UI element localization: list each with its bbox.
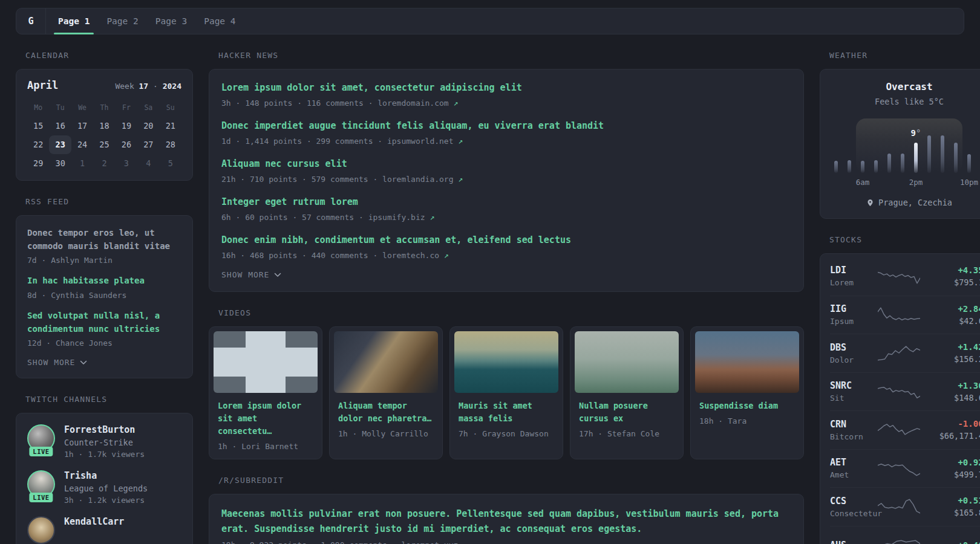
- item-domain-link[interactable]: ipsumify.biz ↗: [368, 213, 435, 222]
- stocks-section-label: STOCKS: [829, 235, 980, 244]
- twitch-channel-meta: 3h · 1.2k viewers: [64, 496, 148, 505]
- hacker-news-item-title[interactable]: Donec enim nibh, condimentum et accumsan…: [221, 234, 791, 247]
- nav-tab-page-2[interactable]: Page 2: [98, 8, 146, 34]
- stock-row[interactable]: SNRCSit+1.36%$148.64: [830, 372, 980, 411]
- show-more-button[interactable]: SHOW MORE: [221, 270, 791, 279]
- hacker-news-item: Integer eget rutrum lorem6h · 60 points …: [221, 196, 791, 222]
- rss-item-meta: 7d · Ashlyn Martin: [27, 256, 181, 265]
- stock-row[interactable]: CRNBitcorn-1.00%$66,171.48: [830, 410, 980, 449]
- twitch-channel-name: KendallCarr: [64, 516, 124, 527]
- hacker-news-item-title[interactable]: Donec imperdiet augue tincidunt felis al…: [221, 120, 791, 132]
- middle-column: HACKER NEWS Lorem ipsum dolor sit amet, …: [209, 51, 804, 544]
- video-title: Mauris sit amet massa felis: [459, 400, 554, 425]
- twitch-channel-row[interactable]: LIVETrishaLeague of Legends3h · 1.2k vie…: [27, 470, 181, 505]
- stock-row[interactable]: CCSConsectetur+0.51%$165.84: [830, 487, 980, 526]
- stock-row[interactable]: LDILorem+4.35%$795.18: [830, 257, 980, 296]
- calendar-month: April: [27, 79, 58, 91]
- item-domain-link[interactable]: loremlandia.org ↗: [382, 175, 463, 184]
- subreddit-post-title[interactable]: Maecenas mollis pulvinar erat non posuer…: [221, 507, 791, 537]
- nav-tab-page-3[interactable]: Page 3: [147, 8, 195, 34]
- nav-tab-page-4[interactable]: Page 4: [195, 8, 244, 34]
- twitch-channel-game: Counter-Strike: [64, 438, 145, 447]
- rss-widget: RSS FEED Donec tempor eros leo, ut commo…: [16, 197, 193, 378]
- external-link-icon: ↗: [454, 99, 459, 108]
- item-meta: 16h · 468 points · 440 comments · loremt…: [221, 251, 791, 260]
- video-meta: 17h · Stefan Cole: [579, 429, 675, 438]
- video-card[interactable]: Aliquam tempor dolor nec pharetra…1h · M…: [329, 326, 443, 459]
- item-meta: 3h · 148 points · 116 comments · loremdo…: [221, 99, 791, 108]
- weather-location: Prague, Czechia: [878, 198, 952, 207]
- calendar-day-selected: 23: [49, 135, 71, 154]
- calendar-header: April Week 17 · 2024: [27, 79, 181, 91]
- calendar-day: 27: [137, 135, 159, 154]
- stock-price: $66,171.48: [921, 431, 980, 441]
- item-meta: 19h · 9,932 points · 1,090 comments · lo…: [221, 540, 791, 544]
- calendar-day: 16: [49, 117, 71, 135]
- video-card[interactable]: Lorem ipsum dolor sit amet consectetu…1h…: [209, 326, 322, 459]
- stock-sparkline-cell: [877, 306, 921, 324]
- item-domain-link[interactable]: loremtech.co ↗: [382, 251, 449, 260]
- video-thumbnail: [454, 331, 558, 393]
- stock-row[interactable]: IIGIpsum+2.84%$42.04: [830, 296, 980, 334]
- hacker-news-item-title[interactable]: Lorem ipsum dolor sit amet, consectetur …: [221, 82, 791, 94]
- stock-change: +0.92%: [921, 458, 980, 467]
- page-tabs: Page 1Page 2Page 3Page 4: [46, 8, 244, 34]
- stock-identity: AHS: [830, 540, 877, 544]
- item-domain-link[interactable]: loremdomain.com ↗: [377, 99, 458, 108]
- video-card[interactable]: Mauris sit amet massa felis7h · Grayson …: [449, 326, 563, 459]
- rss-item-title[interactable]: Sed volutpat nulla nisl, a condimentum n…: [27, 309, 181, 335]
- external-link-icon: ↗: [444, 251, 449, 260]
- calendar-day: 4: [137, 154, 159, 173]
- calendar-day-grid: 1516171819202122232425262728293012345: [27, 117, 181, 173]
- stock-row[interactable]: DBSDolor+1.42%$156.28: [830, 334, 980, 372]
- twitch-widget: TWITCH CHANNELS LIVEForrestBurtonCounter…: [16, 395, 193, 544]
- weather-condition: Overcast: [832, 81, 980, 92]
- stock-ticker: AHS: [830, 540, 877, 544]
- twitch-channel-row[interactable]: KendallCarr: [27, 516, 181, 544]
- rss-item-title[interactable]: Donec tempor eros leo, ut commodo mauris…: [27, 227, 181, 253]
- calendar-day: 2: [93, 154, 115, 173]
- right-column: WEATHER Overcast Feels like 5°C 9° 6am2p…: [820, 51, 980, 544]
- calendar-section-label: CALENDAR: [25, 51, 193, 60]
- stock-row[interactable]: AETAmet+0.92%$499.72: [830, 449, 980, 488]
- calendar-day-header: Sa: [137, 99, 159, 117]
- video-card[interactable]: Nullam posuere cursus ex17h · Stefan Col…: [570, 326, 684, 459]
- calendar-day: 22: [27, 135, 49, 154]
- twitch-channel-row[interactable]: LIVEForrestBurtonCounter-Strike1h · 1.7k…: [27, 424, 181, 459]
- show-more-label: SHOW MORE: [221, 270, 269, 279]
- chevron-down-icon: [80, 360, 87, 365]
- stock-ticker: CRN: [830, 419, 877, 430]
- rss-item-meta: 12d · Chance Jones: [27, 338, 181, 348]
- avatar-wrap: LIVE: [27, 424, 55, 452]
- video-meta: 18h · Tara: [699, 416, 795, 426]
- stock-sparkline-cell: [877, 497, 921, 516]
- hacker-news-item-title[interactable]: Integer eget rutrum lorem: [221, 196, 791, 209]
- stock-sparkline: [878, 459, 920, 478]
- stock-change: -1.00%: [921, 419, 980, 429]
- stock-row[interactable]: AHS+0.46%: [830, 526, 980, 544]
- avatar-wrap: LIVE: [27, 470, 55, 498]
- stock-ticker: IIG: [830, 303, 877, 314]
- twitch-channel-info: KendallCarr: [64, 516, 124, 527]
- item-domain-link[interactable]: ipsumworld.net ↗: [387, 137, 463, 146]
- item-meta: 1d · 1,414 points · 299 comments · ipsum…: [221, 137, 791, 146]
- app-logo: G: [16, 8, 45, 34]
- rss-card: Donec tempor eros leo, ut commodo mauris…: [16, 215, 193, 378]
- calendar-day: 25: [93, 135, 115, 154]
- show-more-button[interactable]: SHOW MORE: [27, 358, 181, 367]
- video-card[interactable]: Suspendisse diam18h · Tara: [690, 326, 804, 459]
- rss-section-label: RSS FEED: [25, 197, 193, 206]
- stock-price: $795.18: [921, 277, 980, 287]
- hacker-news-item-title[interactable]: Aliquam nec cursus elit: [221, 158, 791, 170]
- hacker-news-item: Donec imperdiet augue tincidunt felis al…: [221, 120, 791, 146]
- nav-tab-page-1[interactable]: Page 1: [50, 8, 98, 34]
- stock-sparkline: [878, 267, 920, 285]
- video-meta: 1h · Lori Barnett: [218, 442, 313, 451]
- stock-change: +0.51%: [921, 496, 980, 505]
- item-domain-link[interactable]: loremnet.xyz ↗: [401, 540, 468, 544]
- rss-item-title[interactable]: In hac habitasse platea: [27, 274, 181, 288]
- video-title: Lorem ipsum dolor sit amet consectetu…: [218, 400, 313, 438]
- video-meta: 1h · Molly Carrillo: [338, 429, 434, 438]
- calendar-card: April Week 17 · 2024 MoTuWeThFrSaSu 1516…: [16, 69, 193, 181]
- stocks-card: LDILorem+4.35%$795.18IIGIpsum+2.84%$42.0…: [820, 253, 980, 544]
